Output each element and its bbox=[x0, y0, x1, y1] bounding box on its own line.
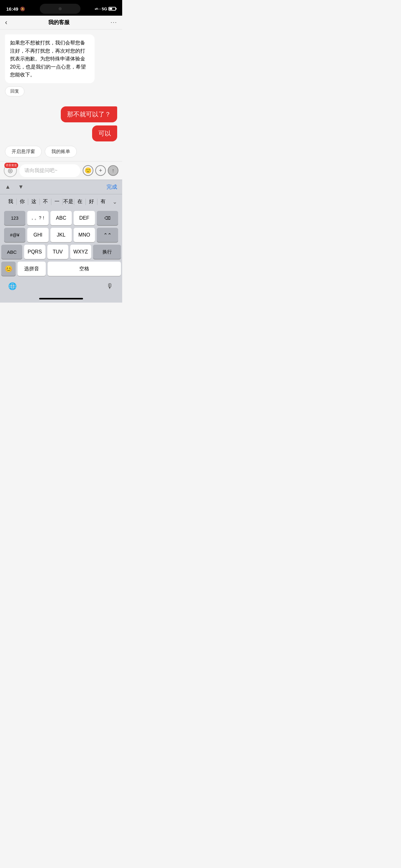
chat-area: 如果您不想被打扰，我们会帮您备注好，不再打扰您，再次对您的打扰表示抱歉。为您特殊… bbox=[0, 29, 122, 142]
keyboard-row-4: 😊 选拼音 空格 bbox=[0, 260, 122, 277]
suggestion-2[interactable]: 这 bbox=[28, 197, 39, 206]
key-symbols[interactable]: #@¥ bbox=[4, 228, 25, 242]
status-indicators: 5G bbox=[95, 7, 116, 11]
chip-my-bill[interactable]: 我的账单 bbox=[45, 146, 77, 157]
signal-icon bbox=[95, 8, 101, 10]
down-arrow-button[interactable]: ▼ bbox=[18, 184, 24, 190]
home-bar bbox=[39, 298, 83, 300]
key-caps[interactable]: ⌃⌃ bbox=[97, 228, 118, 242]
sent-message-1: 那不就可以了？ bbox=[61, 106, 117, 122]
more-button[interactable]: ··· bbox=[111, 19, 117, 26]
up-arrow-button[interactable]: ▲ bbox=[5, 184, 11, 190]
key-enter[interactable]: 换行 bbox=[93, 245, 121, 259]
back-button[interactable]: ‹ bbox=[5, 19, 7, 27]
send-button[interactable]: ↑ bbox=[108, 165, 118, 176]
battery-icon bbox=[108, 7, 116, 11]
keyboard-row-3: ABC PQRS TUV WXYZ 换行 bbox=[0, 243, 122, 260]
suggestion-0[interactable]: 我 bbox=[5, 197, 16, 206]
mute-icon: 🔕 bbox=[20, 7, 25, 11]
add-button[interactable]: + bbox=[95, 165, 106, 176]
key-123[interactable]: 123 bbox=[4, 211, 25, 225]
key-space[interactable]: 空格 bbox=[48, 261, 121, 276]
key-ghi[interactable]: GHI bbox=[27, 228, 49, 242]
status-time: 16:49 🔕 bbox=[6, 6, 25, 11]
key-emoji[interactable]: 😊 bbox=[1, 261, 16, 276]
key-select-pinyin[interactable]: 选拼音 bbox=[18, 261, 46, 276]
key-abc-switch[interactable]: ABC bbox=[1, 245, 22, 259]
nav-title: 我的客服 bbox=[48, 19, 69, 26]
keyboard-bottom: 🌐 🎙 bbox=[0, 277, 122, 296]
chip-floating-window[interactable]: 开启悬浮窗 bbox=[5, 146, 42, 157]
sent-message-2: 可以 bbox=[92, 125, 117, 142]
globe-button[interactable]: 🌐 bbox=[5, 279, 20, 293]
keyboard-row-2: #@¥ GHI JKL MNO ⌃⌃ bbox=[0, 226, 122, 243]
keyboard-row-1: 123 ，。?！ ABC DEF ⌫ bbox=[0, 209, 122, 226]
suggestion-6[interactable]: 在 bbox=[74, 197, 86, 206]
suggestion-4[interactable]: 一 bbox=[51, 197, 63, 206]
key-jkl[interactable]: JKL bbox=[51, 228, 72, 242]
keyboard: 123 ，。?！ ABC DEF ⌫ #@¥ GHI JKL MNO ⌃⌃ AB… bbox=[0, 209, 122, 303]
suggestion-8[interactable]: 有 bbox=[97, 197, 109, 206]
done-button[interactable]: 完成 bbox=[107, 183, 117, 191]
sent-message-1-container: 那不就可以了？ bbox=[5, 106, 117, 122]
camera-dot bbox=[59, 7, 62, 10]
key-wxyz[interactable]: WXYZ bbox=[70, 245, 91, 259]
status-bar: 16:49 🔕 5G bbox=[0, 0, 122, 16]
nav-bar: ‹ 我的客服 ··· bbox=[0, 16, 122, 29]
more-suggestions-icon[interactable]: ⌄ bbox=[109, 198, 117, 205]
network-type: 5G bbox=[102, 7, 107, 11]
dynamic-island bbox=[40, 4, 81, 14]
voice-icon: ◎ bbox=[8, 167, 13, 174]
reply-button[interactable]: 回复 bbox=[5, 86, 24, 96]
received-message: 如果您不想被打扰，我们会帮您备注好，不再打扰您，再次对您的打扰表示抱歉。为您特殊… bbox=[5, 34, 95, 83]
key-punctuation[interactable]: ，。?！ bbox=[27, 211, 49, 225]
input-actions: 🙂 + ↑ bbox=[83, 165, 118, 176]
key-def[interactable]: DEF bbox=[74, 211, 95, 225]
key-tuv[interactable]: TUV bbox=[47, 245, 68, 259]
voice-button[interactable]: ◎ 语音发送 bbox=[4, 164, 17, 177]
suggestion-5[interactable]: 不是 bbox=[63, 197, 74, 206]
keyboard-toolbar: ▲ ▼ 完成 bbox=[0, 180, 122, 194]
key-mno[interactable]: MNO bbox=[74, 228, 95, 242]
quick-chips: 开启悬浮窗 我的账单 bbox=[0, 142, 122, 161]
key-backspace[interactable]: ⌫ bbox=[97, 211, 118, 225]
sent-message-2-container: 可以 bbox=[5, 125, 117, 142]
suggestion-3[interactable]: 不 bbox=[40, 197, 51, 206]
emoji-button[interactable]: 🙂 bbox=[83, 165, 93, 176]
key-pqrs[interactable]: PQRS bbox=[24, 245, 45, 259]
suggestion-1[interactable]: 你 bbox=[17, 197, 28, 206]
message-input[interactable]: 请向我提问吧~ bbox=[20, 164, 80, 177]
suggestion-7[interactable]: 好 bbox=[86, 197, 97, 206]
voice-badge: 语音发送 bbox=[4, 163, 18, 168]
home-indicator-area bbox=[0, 296, 122, 303]
input-bar: ◎ 语音发送 请向我提问吧~ 🙂 + ↑ bbox=[0, 161, 122, 180]
mic-button[interactable]: 🎙 bbox=[103, 279, 117, 293]
time-display: 16:49 bbox=[6, 6, 18, 11]
toolbar-arrows: ▲ ▼ bbox=[5, 184, 24, 190]
key-abc[interactable]: ABC bbox=[51, 211, 72, 225]
word-suggestions: 我 你 这 不 一 不是 在 好 有 ⌄ bbox=[0, 194, 122, 209]
